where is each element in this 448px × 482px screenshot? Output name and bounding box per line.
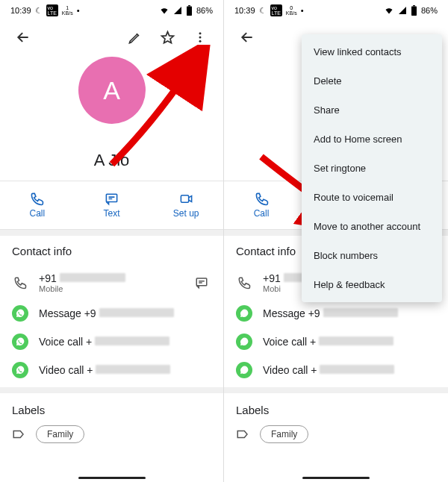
- label-icon: [12, 428, 25, 441]
- contact-name: A Jio: [0, 151, 223, 170]
- signal-icon: [398, 6, 407, 15]
- status-dot: •: [77, 6, 80, 15]
- whatsapp-icon: [12, 305, 28, 322]
- menu-share[interactable]: Share: [302, 96, 442, 125]
- label-icon: [236, 428, 249, 441]
- menu-block-numbers[interactable]: Block numbers: [302, 241, 442, 270]
- call-action[interactable]: Call: [0, 181, 75, 229]
- sms-icon[interactable]: [192, 276, 211, 289]
- redacted: [60, 273, 125, 282]
- wa-message-row[interactable]: Message +9: [12, 299, 211, 328]
- signal-icon: [173, 6, 182, 15]
- back-button[interactable]: [10, 25, 36, 50]
- overflow-menu: View linked contacts Delete Share Add to…: [302, 34, 442, 302]
- phone-left: 10:39 ☾ voLTE 1KB/s • 86%: [0, 0, 224, 482]
- battery-icon: [186, 5, 193, 16]
- call-action[interactable]: Call: [224, 181, 299, 229]
- svg-rect-6: [181, 195, 188, 203]
- phone-row[interactable]: +91 Mobile: [12, 266, 211, 299]
- phone-icon: [30, 192, 44, 206]
- status-net: 1KB/s: [62, 5, 73, 16]
- status-badge: voLTE: [46, 4, 58, 16]
- gesture-bar: [78, 477, 146, 479]
- app-bar: [0, 21, 223, 54]
- labels-section: Labels Family: [0, 393, 223, 457]
- svg-rect-5: [106, 194, 116, 201]
- phone-small-icon: [12, 276, 28, 289]
- gesture-bar: [302, 477, 370, 479]
- menu-route-voicemail[interactable]: Route to voicemail: [302, 183, 442, 212]
- overflow-button[interactable]: [187, 25, 213, 50]
- status-bar: 10:39 ☾ voLTE 1KB/s • 86%: [0, 0, 223, 21]
- video-action[interactable]: Set up: [149, 181, 223, 229]
- label-chip[interactable]: Family: [36, 425, 84, 443]
- labels-title: Labels: [12, 404, 211, 416]
- wa-video-row[interactable]: Video call +: [236, 356, 436, 384]
- message-icon: [105, 192, 119, 206]
- phone-right: 10:39 ☾ voLTE 0KB/s • 86% A A: [224, 0, 448, 482]
- avatar-wrap: A: [0, 57, 223, 124]
- status-bar: 10:39 ☾ voLTE 0KB/s • 86%: [224, 0, 448, 21]
- svg-rect-9: [413, 5, 415, 6]
- dnd-icon: ☾: [259, 6, 267, 16]
- label-chip[interactable]: Family: [260, 425, 308, 443]
- phone-icon: [255, 192, 269, 206]
- battery-icon: [411, 5, 417, 16]
- battery-pct: 86%: [196, 6, 213, 15]
- wa-voice-row[interactable]: Voice call +: [236, 328, 436, 356]
- svg-rect-8: [411, 6, 417, 16]
- back-button[interactable]: [234, 25, 260, 50]
- whatsapp-icon: [12, 362, 28, 378]
- svg-point-2: [199, 32, 202, 34]
- video-icon: [179, 192, 193, 206]
- redacted: [99, 308, 174, 317]
- section-title: Contact info: [12, 245, 211, 257]
- avatar[interactable]: A: [78, 57, 146, 124]
- menu-view-linked[interactable]: View linked contacts: [302, 37, 442, 66]
- svg-point-4: [199, 40, 202, 43]
- star-button[interactable]: [155, 25, 180, 50]
- status-time: 10:39: [10, 6, 31, 15]
- redacted: [95, 337, 169, 345]
- edit-button[interactable]: [122, 25, 147, 50]
- actions-row: Call Text Set up: [0, 181, 223, 230]
- wa-video-row[interactable]: Video call +: [12, 356, 211, 384]
- menu-help-feedback[interactable]: Help & feedback: [302, 270, 442, 299]
- wa-voice-row[interactable]: Voice call +: [12, 328, 211, 356]
- menu-move-account[interactable]: Move to another account: [302, 212, 442, 241]
- dnd-icon: ☾: [35, 6, 43, 16]
- redacted: [96, 365, 170, 374]
- labels-section: Labels Family: [224, 393, 448, 457]
- contact-info-section: Contact info +91 Mobile Message +9: [0, 236, 223, 387]
- menu-add-home[interactable]: Add to Home screen: [302, 125, 442, 154]
- menu-set-ringtone[interactable]: Set ringtone: [302, 154, 442, 183]
- svg-rect-0: [187, 6, 192, 16]
- svg-rect-1: [188, 5, 190, 6]
- whatsapp-icon: [12, 334, 28, 350]
- wifi-icon: [159, 6, 169, 15]
- wifi-icon: [384, 6, 394, 15]
- menu-delete[interactable]: Delete: [302, 66, 442, 96]
- text-action[interactable]: Text: [75, 181, 149, 229]
- svg-point-3: [199, 37, 202, 39]
- svg-rect-7: [196, 278, 207, 286]
- wa-message-row[interactable]: Message +9: [236, 299, 436, 328]
